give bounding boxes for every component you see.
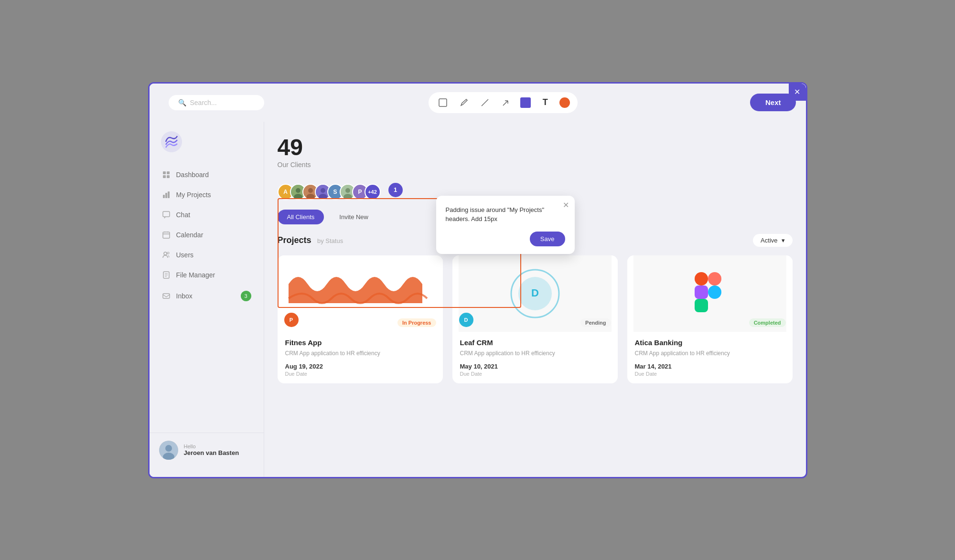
- logo: [150, 131, 264, 166]
- svg-rect-6: [167, 175, 170, 178]
- sidebar: Dashboard My Projects: [150, 122, 264, 477]
- chevron-down-icon: ▾: [782, 237, 785, 244]
- users-icon: [162, 251, 171, 259]
- leaf-crm-status: Pending: [580, 318, 611, 327]
- select-tool[interactable]: [436, 96, 450, 109]
- sidebar-item-dashboard[interactable]: Dashboard: [155, 166, 258, 184]
- svg-rect-39: [695, 285, 708, 299]
- svg-text:D: D: [531, 287, 539, 299]
- svg-rect-15: [163, 294, 170, 298]
- clients-stat: 49 Our Clients: [278, 136, 311, 169]
- sidebar-item-file-manager[interactable]: File Manager: [155, 266, 258, 284]
- bar-chart-icon: [162, 190, 171, 199]
- fitnes-app-body: Fitnes App CRM App application to HR eff…: [278, 332, 443, 384]
- card-image-atica-banking: Completed: [627, 255, 793, 332]
- stats-row: 49 Our Clients: [278, 136, 793, 169]
- close-button[interactable]: ✕: [789, 84, 806, 101]
- svg-point-26: [321, 188, 325, 193]
- search-bar[interactable]: 🔍 Search...: [169, 95, 264, 110]
- text-tool[interactable]: T: [538, 96, 552, 109]
- sidebar-item-users[interactable]: Users: [155, 246, 258, 264]
- leaf-crm-logo: D: [459, 313, 473, 327]
- avatar-more: +42: [365, 184, 381, 200]
- fitnes-app-status: In Progress: [397, 318, 436, 327]
- user-name-text: Jeroen van Basten: [184, 449, 239, 456]
- main-content: Dashboard My Projects: [150, 122, 806, 477]
- search-placeholder: Search...: [190, 99, 217, 106]
- svg-rect-3: [163, 171, 166, 174]
- user-avatar: [159, 441, 178, 460]
- svg-line-1: [482, 99, 488, 106]
- comment-save-button[interactable]: Save: [530, 232, 565, 246]
- atica-banking-body: Atica Banking CRM App application to HR …: [627, 332, 793, 384]
- pencil-tool[interactable]: [457, 96, 471, 109]
- search-icon: 🔍: [178, 99, 186, 106]
- fitnes-app-title: Fitnes App: [285, 338, 435, 347]
- comment-text: Padding issue around "My Projects" heade…: [446, 205, 565, 224]
- file-icon: [162, 271, 171, 279]
- fitnes-app-due-label: Due Date: [285, 371, 435, 377]
- mail-icon: [162, 292, 171, 300]
- clients-count: 49: [278, 136, 311, 159]
- sidebar-item-inbox[interactable]: Inbox 3: [155, 286, 258, 306]
- sidebar-nav: Dashboard My Projects: [150, 166, 264, 433]
- leaf-crm-body: Leaf CRM CRM App application to HR effic…: [452, 332, 618, 384]
- app-window: ✕ 🔍 Search...: [148, 82, 807, 478]
- atica-banking-date: Mar 14, 2021: [635, 363, 785, 370]
- svg-rect-38: [708, 272, 721, 285]
- calendar-icon: [162, 231, 171, 239]
- user-hello-text: Hello: [184, 444, 239, 449]
- svg-rect-40: [708, 285, 721, 299]
- avatar-group: A S P +42: [278, 184, 381, 200]
- grid-icon: [162, 170, 171, 179]
- sidebar-label-chat: Chat: [176, 211, 191, 219]
- svg-rect-11: [163, 232, 170, 238]
- comment-popup: ✕ Padding issue around "My Projects" hea…: [436, 196, 575, 254]
- svg-rect-41: [695, 299, 708, 312]
- fitnes-app-date: Aug 19, 2022: [285, 363, 435, 370]
- user-info: Hello Jeroen van Basten: [184, 444, 239, 456]
- clients-label: Our Clients: [278, 161, 311, 169]
- sidebar-label-users: Users: [176, 251, 194, 259]
- sidebar-label-inbox: Inbox: [176, 292, 193, 300]
- status-filter-dropdown[interactable]: Active ▾: [753, 234, 792, 247]
- line-tool[interactable]: [478, 96, 492, 109]
- circle-tool[interactable]: [559, 97, 570, 108]
- svg-point-29: [345, 188, 350, 193]
- sidebar-item-my-projects[interactable]: My Projects: [155, 186, 258, 204]
- svg-point-17: [165, 445, 172, 452]
- fitnes-app-logo: P: [284, 313, 299, 327]
- svg-point-12: [164, 252, 167, 255]
- notification-badge: 1: [388, 183, 403, 197]
- toolbar: 🔍 Search...: [150, 84, 806, 122]
- inbox-badge: 3: [241, 291, 251, 301]
- svg-rect-7: [163, 195, 165, 198]
- drawing-tools: T: [429, 92, 578, 113]
- sidebar-label-calendar: Calendar: [176, 231, 204, 239]
- svg-point-23: [308, 188, 313, 193]
- leaf-crm-title: Leaf CRM: [460, 338, 610, 347]
- svg-point-13: [167, 252, 169, 254]
- leaf-crm-due-label: Due Date: [460, 371, 610, 377]
- content-area: 49 Our Clients A S: [264, 122, 806, 477]
- atica-banking-status: Completed: [749, 318, 786, 327]
- atica-banking-desc: CRM App application to HR efficiency: [635, 349, 785, 358]
- comment-close-button[interactable]: ✕: [563, 201, 569, 210]
- sidebar-item-calendar[interactable]: Calendar: [155, 226, 258, 244]
- comment-actions: Save: [446, 232, 565, 246]
- svg-rect-0: [439, 99, 447, 106]
- svg-rect-9: [168, 191, 170, 198]
- sidebar-label-my-projects: My Projects: [176, 191, 211, 199]
- arrow-tool[interactable]: [499, 96, 513, 109]
- user-profile: Hello Jeroen van Basten: [150, 433, 264, 467]
- sidebar-item-chat[interactable]: Chat: [155, 206, 258, 224]
- fitnes-app-desc: CRM App application to HR efficiency: [285, 349, 435, 358]
- leaf-crm-desc: CRM App application to HR efficiency: [460, 349, 610, 358]
- svg-rect-10: [163, 211, 170, 217]
- sidebar-label-dashboard: Dashboard: [176, 171, 209, 179]
- svg-rect-37: [695, 272, 708, 285]
- svg-point-20: [296, 188, 300, 193]
- svg-rect-4: [167, 171, 170, 174]
- rectangle-tool[interactable]: [520, 97, 531, 108]
- atica-banking-due-label: Due Date: [635, 371, 785, 377]
